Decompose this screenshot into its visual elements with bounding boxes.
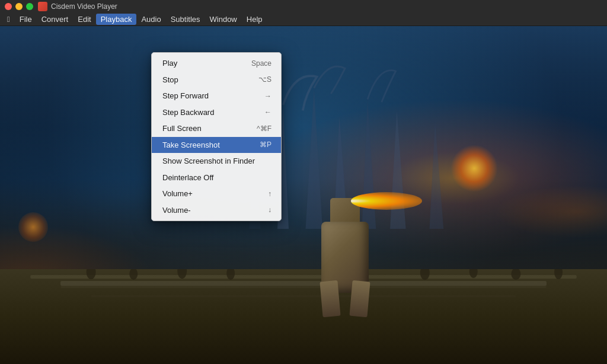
titlebar: Cisdem Video Player [0, 0, 607, 13]
maximize-button[interactable] [26, 3, 33, 10]
menu-convert[interactable]: Convert [37, 14, 74, 25]
menu-edit[interactable]: Edit [73, 14, 95, 25]
take-screenshot-label: Take Screenshot [162, 139, 248, 151]
svg-marker-6 [430, 122, 444, 229]
step-forward-shortcut: → [264, 91, 271, 101]
volume-up-label: Volume+ [162, 188, 256, 200]
step-forward-label: Step Forward [162, 90, 253, 102]
mech-legs [315, 281, 375, 317]
menu-window[interactable]: Window [205, 14, 242, 25]
menu-item-volume-down[interactable]: Volume- ↓ [152, 202, 281, 219]
menu-playback[interactable]: Playback [96, 14, 137, 25]
close-button[interactable] [5, 3, 12, 10]
step-backward-label: Step Backward [162, 107, 253, 119]
menu-file[interactable]: File [15, 14, 37, 25]
traffic-lights [0, 3, 33, 10]
mech-leg-right [349, 280, 370, 317]
menu-item-deinterlace[interactable]: Deinterlace Off [152, 170, 281, 186]
menu-item-step-forward[interactable]: Step Forward → [152, 88, 281, 104]
muzzle-flash [351, 192, 422, 210]
minimize-button[interactable] [15, 3, 23, 10]
step-backward-shortcut: ← [264, 107, 271, 117]
volume-up-shortcut: ↑ [268, 189, 271, 199]
stop-shortcut: ⌥S [258, 74, 271, 85]
full-screen-shortcut: ^⌘F [257, 123, 271, 134]
app-title: Cisdem Video Player [51, 2, 117, 11]
fire-left [18, 212, 48, 242]
video-area: Play Space Stop ⌥S Step Forward → Step B… [0, 26, 607, 364]
stop-label: Stop [162, 74, 247, 86]
mech-leg-left [320, 280, 340, 317]
menu-item-play[interactable]: Play Space [152, 55, 281, 72]
deinterlace-label: Deinterlace Off [162, 172, 260, 184]
volume-down-shortcut: ↓ [268, 205, 271, 215]
play-shortcut: Space [251, 58, 271, 69]
show-screenshot-label: Show Screenshot in Finder [162, 155, 260, 167]
playback-menu: Play Space Stop ⌥S Step Forward → Step B… [151, 52, 282, 221]
menu-apple[interactable]:  [2, 14, 15, 25]
menu-item-take-screenshot[interactable]: Take Screenshot ⌘P [152, 137, 281, 154]
menu-item-step-backward[interactable]: Step Backward ← [152, 104, 281, 121]
explosion-right [451, 145, 498, 192]
menu-audio[interactable]: Audio [136, 14, 165, 25]
menu-item-show-screenshot[interactable]: Show Screenshot in Finder [152, 153, 281, 170]
menu-help[interactable]: Help [242, 14, 267, 25]
menu-item-full-screen[interactable]: Full Screen ^⌘F [152, 120, 281, 137]
video-background [0, 26, 607, 364]
menubar:  File Convert Edit Playback Audio Subti… [0, 13, 607, 26]
volume-down-label: Volume- [162, 205, 256, 216]
menu-subtitles[interactable]: Subtitles [166, 14, 205, 25]
play-label: Play [162, 58, 239, 69]
take-screenshot-shortcut: ⌘P [260, 139, 271, 150]
menu-item-volume-up[interactable]: Volume+ ↑ [152, 186, 281, 202]
mech-figure [286, 151, 404, 317]
full-screen-label: Full Screen [162, 123, 245, 135]
menu-item-stop[interactable]: Stop ⌥S [152, 72, 281, 88]
app-icon [38, 2, 47, 11]
